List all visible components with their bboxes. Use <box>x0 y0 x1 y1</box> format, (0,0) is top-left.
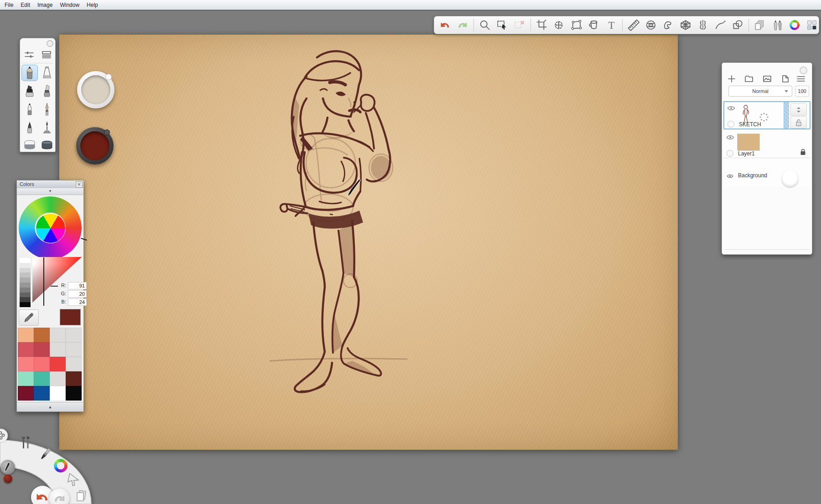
perspective-grid-button[interactable] <box>679 18 692 32</box>
color-swatch[interactable] <box>18 357 34 371</box>
tool-palette-knife[interactable] <box>39 83 55 99</box>
layers-menu-button[interactable] <box>794 74 808 84</box>
layer-reorder-button[interactable] <box>790 103 807 116</box>
layer-radio[interactable] <box>727 121 734 128</box>
text-tool-button[interactable]: T <box>605 18 618 32</box>
paint-pot-light[interactable] <box>77 71 114 108</box>
zoom-tool-button[interactable] <box>478 18 491 32</box>
color-swatch[interactable] <box>50 386 66 401</box>
color-swatch[interactable] <box>34 342 50 357</box>
tool-paintbrush[interactable] <box>39 101 55 118</box>
move-selection-button[interactable] <box>553 18 566 32</box>
visibility-eye-icon[interactable] <box>727 172 733 180</box>
color-swatch[interactable] <box>50 357 66 371</box>
stroke-curve-button[interactable] <box>714 18 727 32</box>
tool-eraser[interactable] <box>21 136 38 152</box>
color-swatch[interactable] <box>50 342 66 357</box>
color-swatch[interactable] <box>18 342 34 357</box>
french-curve-button[interactable] <box>662 18 675 32</box>
unlock-icon[interactable] <box>790 116 807 129</box>
tool-pencil[interactable] <box>21 65 38 81</box>
color-wheel-inner-pie[interactable] <box>36 213 66 243</box>
menu-window[interactable]: Window <box>60 2 79 8</box>
layer-drag-strip[interactable] <box>784 102 789 129</box>
lock-icon[interactable] <box>800 149 806 157</box>
color-wheel-panel-button[interactable] <box>788 18 801 32</box>
collapse-strip[interactable]: ▼ <box>17 188 83 195</box>
background-color-pot[interactable] <box>781 170 799 187</box>
color-swatch[interactable] <box>34 386 50 401</box>
drawing-canvas[interactable] <box>59 35 678 450</box>
layer-radio[interactable] <box>727 150 733 157</box>
color-swatch[interactable] <box>66 328 82 342</box>
symmetry-button[interactable] <box>696 18 709 32</box>
pages-icon[interactable] <box>74 489 88 504</box>
layer-row-layer1[interactable]: Layer1 <box>723 130 811 158</box>
visibility-eye-icon[interactable] <box>727 105 735 113</box>
pen-pot-icon[interactable] <box>0 460 15 474</box>
swatches-panel-button[interactable] <box>805 18 818 32</box>
color-swatch[interactable] <box>66 342 82 357</box>
ellipse-guide-button[interactable] <box>644 18 657 32</box>
tool-settings-button[interactable] <box>21 49 38 60</box>
color-swatch[interactable] <box>34 357 50 371</box>
new-page-button[interactable] <box>779 74 792 84</box>
color-swatch[interactable] <box>50 371 66 386</box>
tool-ink-bottle[interactable] <box>39 65 55 81</box>
shape-boolean-button[interactable] <box>731 18 744 32</box>
palette-knob[interactable] <box>47 40 53 47</box>
color-swatch[interactable] <box>66 371 82 386</box>
undo-button[interactable] <box>439 18 452 32</box>
deselect-button[interactable] <box>513 18 526 32</box>
fill-bucket-button[interactable] <box>587 18 600 32</box>
menu-image[interactable]: Image <box>37 2 52 8</box>
color-swatch[interactable] <box>18 328 34 342</box>
tool-dip-pen[interactable] <box>39 119 55 136</box>
tool-blender-eraser[interactable] <box>39 136 55 152</box>
select-marquee-button[interactable] <box>496 18 509 32</box>
opacity-field[interactable]: 100 <box>795 86 809 97</box>
layers-panel-knob[interactable] <box>800 67 807 74</box>
color-swatch[interactable] <box>18 386 34 401</box>
transform-quad-button[interactable] <box>570 18 583 32</box>
pencils-panel-button[interactable] <box>771 18 784 32</box>
import-image-button[interactable] <box>760 74 774 84</box>
blend-mode-dropdown[interactable]: Normal <box>728 86 792 97</box>
redo-button[interactable] <box>456 18 469 32</box>
layer-row-background[interactable]: Background <box>723 159 811 187</box>
group-folder-button[interactable] <box>742 74 756 84</box>
color-wheel-icon[interactable] <box>54 459 68 473</box>
eyedropper-button[interactable] <box>19 309 39 326</box>
color-swatch[interactable] <box>34 371 50 386</box>
color-swatch[interactable] <box>34 328 50 342</box>
color-swatch[interactable] <box>50 328 66 342</box>
crop-tool-button[interactable] <box>535 18 548 32</box>
color-swatch[interactable] <box>66 357 82 371</box>
tools-icon[interactable] <box>19 435 32 452</box>
pages-panel-button[interactable] <box>753 18 766 32</box>
green-value-field[interactable]: 20 <box>68 290 87 298</box>
paint-pot-dark[interactable] <box>76 127 114 165</box>
cursor-icon[interactable] <box>67 473 80 489</box>
grayscale-ramp[interactable] <box>20 258 31 307</box>
add-layer-button[interactable] <box>725 74 738 84</box>
red-pot-icon[interactable] <box>4 474 12 483</box>
menu-help[interactable]: Help <box>87 2 98 8</box>
close-icon[interactable]: ✕ <box>76 181 83 188</box>
layer-row-sketch[interactable]: SKETCH <box>723 101 811 129</box>
swatch-grid <box>18 328 82 401</box>
brush-icon[interactable] <box>38 447 53 463</box>
menu-file[interactable]: File <box>5 2 13 8</box>
blue-value-field[interactable]: 24 <box>68 298 87 306</box>
red-value-field[interactable]: 91 <box>68 282 87 289</box>
color-swatch[interactable] <box>66 386 82 401</box>
tool-presets-button[interactable] <box>38 49 55 60</box>
visibility-eye-icon[interactable] <box>726 134 734 142</box>
color-swatch[interactable] <box>18 371 34 386</box>
menu-edit[interactable]: Edit <box>21 2 30 8</box>
tool-marker[interactable] <box>21 83 38 99</box>
ruler-button[interactable] <box>627 18 640 32</box>
links-icon[interactable] <box>0 430 9 443</box>
tool-fineliner[interactable] <box>21 119 38 136</box>
tool-ballpoint-pen[interactable] <box>21 101 38 118</box>
